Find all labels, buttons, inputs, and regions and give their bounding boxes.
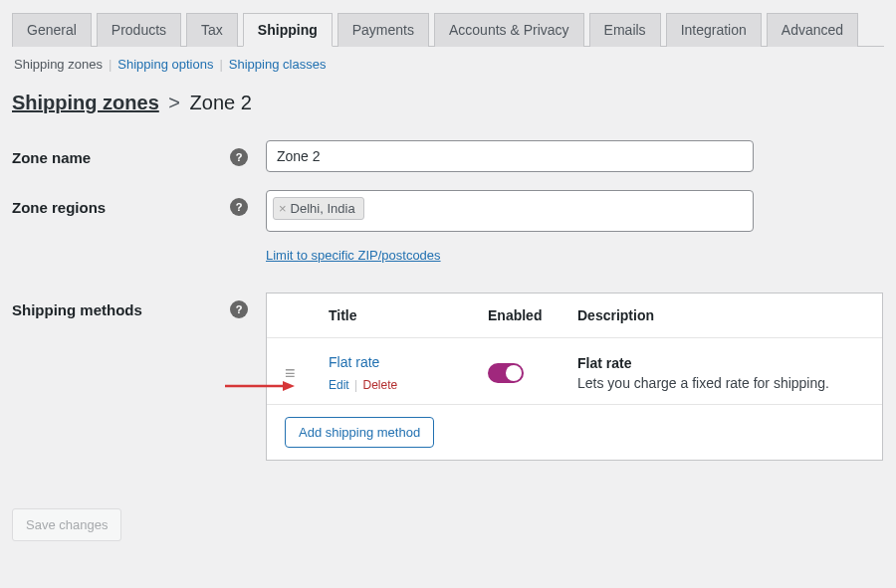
shipping-methods-table: Title Enabled Description ≡ Flat rate <box>266 293 883 461</box>
settings-tabs: General Products Tax Shipping Payments A… <box>12 12 884 47</box>
breadcrumb: Shipping zones > Zone 2 <box>12 92 884 114</box>
breadcrumb-parent-link[interactable]: Shipping zones <box>12 92 159 113</box>
method-title-link[interactable]: Flat rate <box>329 354 379 370</box>
breadcrumb-current: Zone 2 <box>190 92 252 113</box>
tab-accounts-privacy[interactable]: Accounts & Privacy <box>434 13 584 47</box>
zip-postcodes-link[interactable]: Limit to specific ZIP/postcodes <box>266 248 441 263</box>
tab-advanced[interactable]: Advanced <box>767 13 858 47</box>
enabled-toggle[interactable] <box>488 363 524 383</box>
tab-payments[interactable]: Payments <box>337 13 429 47</box>
help-icon[interactable]: ? <box>230 300 248 318</box>
region-tag: × Delhi, India <box>273 197 364 220</box>
zone-name-input[interactable] <box>266 140 754 172</box>
subtab-classes[interactable]: Shipping classes <box>229 57 327 72</box>
edit-link[interactable]: Edit <box>329 378 349 392</box>
zone-regions-label: Zone regions <box>12 199 106 216</box>
remove-tag-icon[interactable]: × <box>279 201 287 216</box>
tab-products[interactable]: Products <box>97 13 181 47</box>
method-desc-text: Lets you charge a fixed rate for shippin… <box>577 375 864 391</box>
table-row: ≡ Flat rate Edit | Delete <box>267 338 882 405</box>
subtab-options[interactable]: Shipping options <box>117 57 213 72</box>
tab-emails[interactable]: Emails <box>589 13 661 47</box>
help-icon[interactable]: ? <box>230 198 248 216</box>
delete-link[interactable]: Delete <box>363 378 398 392</box>
save-changes-button[interactable]: Save changes <box>12 508 121 541</box>
shipping-subtabs: Shipping zones | Shipping options | Ship… <box>12 57 884 72</box>
table-header: Title Enabled Description <box>267 294 882 338</box>
method-desc-title: Flat rate <box>577 355 864 371</box>
shipping-methods-label: Shipping methods <box>12 301 142 318</box>
zone-name-label: Zone name <box>12 149 91 166</box>
tab-shipping[interactable]: Shipping <box>243 13 333 47</box>
help-icon[interactable]: ? <box>230 148 248 166</box>
zone-regions-input[interactable]: × Delhi, India <box>266 190 754 232</box>
tab-tax[interactable]: Tax <box>186 13 238 47</box>
drag-handle-icon[interactable]: ≡ <box>285 363 296 383</box>
subtab-zones[interactable]: Shipping zones <box>14 57 103 72</box>
add-shipping-method-button[interactable]: Add shipping method <box>285 417 434 448</box>
tab-integration[interactable]: Integration <box>666 13 762 47</box>
tab-general[interactable]: General <box>12 13 92 47</box>
